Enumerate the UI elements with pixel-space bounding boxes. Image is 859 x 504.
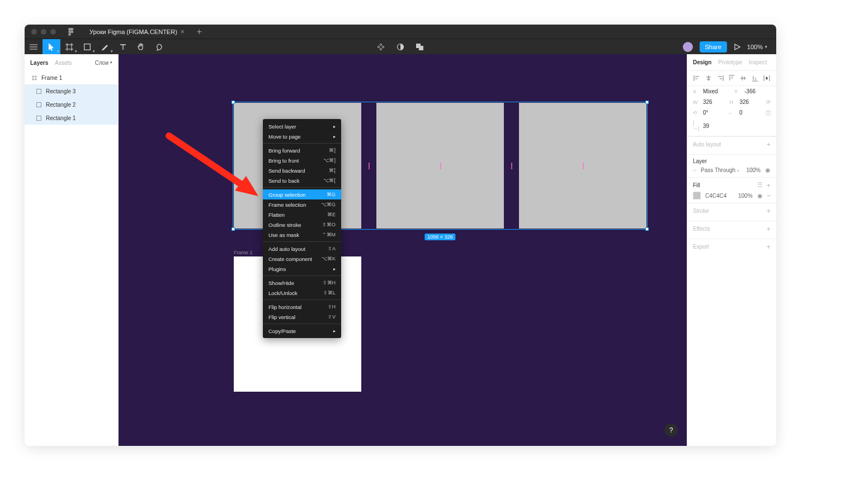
ctx-plugins[interactable]: Plugins▸	[263, 264, 341, 274]
tab-layers[interactable]: Layers	[30, 60, 48, 66]
constrain-proportions-icon[interactable]: ⟳	[766, 99, 771, 105]
add-effect-icon[interactable]: +	[766, 225, 771, 233]
fill-opacity-field[interactable]: 100%	[738, 193, 753, 199]
tab-inspect[interactable]: Inspect	[749, 59, 767, 65]
fill-style-icon[interactable]: ⠿	[757, 181, 763, 189]
remove-fill-icon[interactable]: −	[767, 192, 771, 199]
canvas[interactable]: 1056 × 326 Frame 1 Select layer▸ Move to…	[119, 54, 687, 446]
ctx-send-to-back[interactable]: Send to back⌥⌘[	[263, 175, 341, 186]
auto-layout-section: Auto layout+	[687, 136, 776, 154]
ctx-group-selection[interactable]: Group selection⌘G	[263, 189, 341, 199]
boolean-tool-icon[interactable]	[416, 43, 424, 51]
add-export-icon[interactable]: +	[766, 243, 771, 251]
component-tool-icon[interactable]	[376, 42, 385, 51]
independent-corners-icon[interactable]: ◫	[766, 110, 771, 116]
visibility-icon[interactable]: ◉	[765, 167, 771, 174]
comment-tool[interactable]	[150, 39, 168, 55]
fill-swatch[interactable]	[693, 192, 701, 199]
add-fill-icon[interactable]: +	[766, 181, 771, 189]
figma-logo-icon[interactable]	[67, 28, 75, 36]
layer-frame-1[interactable]: Frame 1	[25, 71, 118, 84]
ctx-create-component[interactable]: Create component⌥⌘K	[263, 254, 341, 264]
workspace: Layers Assets Слои▾ Frame 1 Rectangle 3	[25, 54, 776, 446]
ctx-use-as-mask[interactable]: Use as mask⌃⌘M	[263, 230, 341, 240]
shape-tool[interactable]: ▾	[78, 39, 96, 55]
frame-tool[interactable]: ▾	[60, 39, 78, 55]
add-stroke-icon[interactable]: +	[766, 207, 771, 215]
layer-label: Rectangle 1	[46, 115, 75, 121]
share-button[interactable]: Share	[700, 41, 727, 53]
text-tool[interactable]	[114, 39, 132, 55]
layer-section: Layer ○ Pass Through ▾ 100% ◉	[687, 154, 776, 177]
tab-assets[interactable]: Assets	[55, 60, 72, 66]
ctx-add-auto-layout[interactable]: Add auto layout⇧A	[263, 244, 341, 254]
layer-opacity-field[interactable]: 100%	[746, 167, 761, 173]
ctx-frame-selection[interactable]: Frame selection⌥⌘G	[263, 199, 341, 210]
ctx-outline-stroke[interactable]: Outline stroke⇧⌘O	[263, 220, 341, 230]
blend-mode-dropdown[interactable]: Pass Through ▾	[701, 167, 739, 173]
align-right-icon[interactable]	[716, 74, 724, 82]
align-bottom-icon[interactable]	[751, 74, 759, 82]
pen-tool[interactable]: ▾	[96, 39, 114, 55]
align-top-icon[interactable]	[728, 74, 735, 82]
tab-prototype[interactable]: Prototype	[718, 59, 742, 65]
position-row: XMixed Y-366	[687, 86, 776, 97]
layer-rectangle-2[interactable]: Rectangle 2	[25, 98, 118, 111]
close-tab-icon[interactable]: ×	[181, 28, 185, 36]
svg-rect-7	[36, 116, 41, 120]
page-dropdown[interactable]: Слои▾	[95, 60, 112, 66]
toolbar: ▾ ▾ ▾ ▾	[25, 39, 776, 54]
blend-mode-icon[interactable]: ○	[693, 167, 696, 173]
x-field[interactable]: XMixed	[693, 88, 729, 94]
align-hcenter-icon[interactable]	[705, 74, 712, 82]
minimize-dot[interactable]	[41, 29, 46, 35]
zoom-dropdown[interactable]: 100% ▾	[747, 44, 767, 50]
ctx-move-to-page[interactable]: Move to page▸	[263, 131, 341, 141]
h-field[interactable]: H326	[730, 99, 761, 105]
hand-tool[interactable]	[132, 39, 150, 55]
present-button[interactable]	[734, 44, 740, 50]
ctx-bring-to-front[interactable]: Bring to front⌥⌘]	[263, 155, 341, 165]
add-tab-button[interactable]: +	[197, 27, 202, 37]
file-tab[interactable]: Уроки Figma (FIGMA.CENTER) ×	[83, 25, 191, 39]
right-panel: Design Prototype Inspect XMixed Y-366 W3…	[687, 54, 776, 446]
help-button[interactable]: ?	[664, 424, 678, 437]
ctx-bring-forward[interactable]: Bring forward⌘]	[263, 145, 341, 155]
svg-rect-4	[419, 46, 423, 50]
align-controls	[687, 71, 776, 86]
tab-design[interactable]: Design	[693, 59, 711, 65]
layer-label: Rectangle 2	[46, 102, 75, 108]
ctx-show-hide[interactable]: Show/Hide⇧⌘H	[263, 278, 341, 288]
layer-rectangle-3[interactable]: Rectangle 3	[25, 84, 118, 98]
menu-button[interactable]	[25, 39, 43, 55]
fill-section-label: Fill	[693, 182, 700, 188]
mask-tool-icon[interactable]	[397, 43, 404, 51]
ctx-flatten[interactable]: Flatten⌘E	[263, 210, 341, 220]
ctx-flip-horizontal[interactable]: Flip horizontal⇧H	[263, 302, 341, 312]
ctx-select-layer[interactable]: Select layer▸	[263, 121, 341, 131]
distribute-icon[interactable]	[763, 74, 771, 82]
fill-visibility-icon[interactable]: ◉	[757, 192, 763, 199]
ctx-lock-unlock[interactable]: Lock/Unlock⇧⌘L	[263, 288, 341, 298]
frame-label[interactable]: Frame 1	[234, 250, 253, 255]
ctx-copy-paste[interactable]: Copy/Paste▸	[263, 326, 341, 336]
fill-hex-field[interactable]: C4C4C4	[705, 193, 726, 199]
window-controls[interactable]	[25, 29, 56, 35]
close-dot[interactable]	[31, 29, 37, 35]
align-left-icon[interactable]	[693, 74, 701, 82]
w-field[interactable]: W326	[693, 99, 724, 105]
rect-icon	[36, 102, 41, 107]
maximize-dot[interactable]	[50, 29, 56, 35]
gap-row: |↔|39	[687, 118, 776, 136]
rotation-field[interactable]: ⟲0°	[693, 110, 724, 116]
gap-field[interactable]: |↔|39	[693, 120, 729, 131]
y-field[interactable]: Y-366	[734, 88, 770, 94]
add-auto-layout-icon[interactable]: +	[766, 140, 771, 149]
ctx-send-backward[interactable]: Send backward⌘[	[263, 165, 341, 175]
ctx-flip-vertical[interactable]: Flip vertical⇧V	[263, 312, 341, 322]
layer-rectangle-1[interactable]: Rectangle 1	[25, 111, 118, 125]
user-avatar[interactable]	[683, 42, 693, 52]
align-vcenter-icon[interactable]	[739, 74, 747, 82]
radius-field[interactable]: ⌐0	[729, 110, 760, 116]
move-tool[interactable]: ▾	[43, 39, 60, 55]
